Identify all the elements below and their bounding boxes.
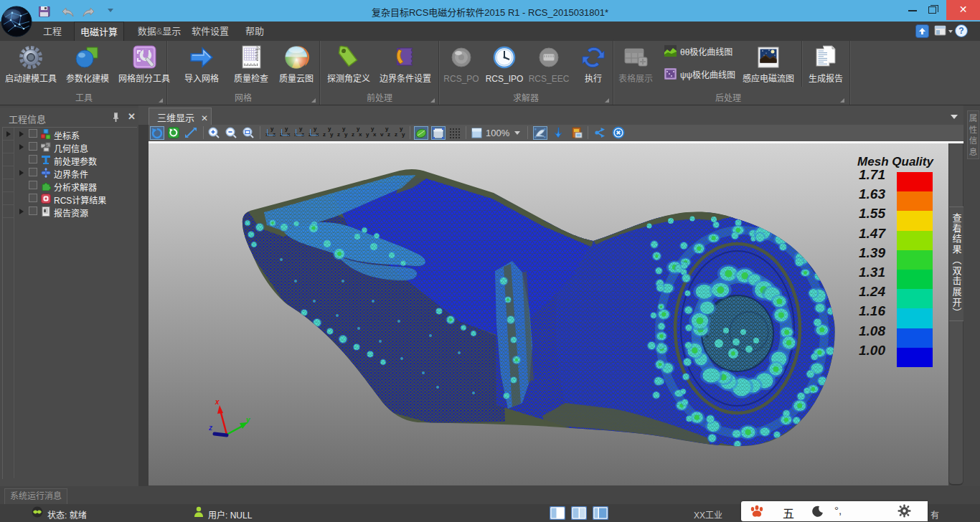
svg-text:z: z	[208, 424, 212, 432]
svg-text:x: x	[215, 398, 220, 406]
svg-text:y: y	[245, 416, 250, 424]
svg-text:?: ?	[958, 26, 963, 36]
